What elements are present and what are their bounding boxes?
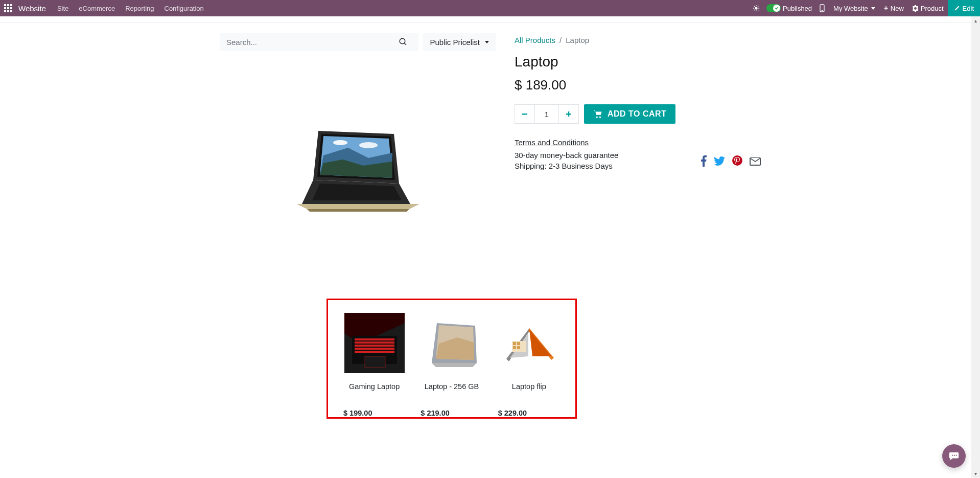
svg-point-3: [400, 38, 406, 44]
svg-rect-25: [355, 338, 394, 340]
published-label: Published: [783, 5, 812, 12]
svg-rect-18: [568, 111, 570, 117]
terms-link[interactable]: Terms and Conditions: [515, 138, 589, 147]
svg-rect-29: [355, 351, 394, 353]
search-box[interactable]: [220, 33, 418, 51]
pencil-icon: [954, 5, 960, 11]
bug-icon[interactable]: [749, 0, 763, 16]
related-price: $ 199.00: [343, 409, 405, 417]
product-title: Laptop: [515, 54, 889, 70]
related-name: Laptop - 256 GB: [421, 382, 482, 401]
qty-value[interactable]: 1: [535, 105, 558, 123]
qty-minus-button[interactable]: [515, 105, 534, 123]
related-item[interactable]: Gaming Laptop $ 199.00: [343, 313, 405, 417]
nav-reporting[interactable]: Reporting: [120, 0, 159, 16]
quantity-stepper: 1: [515, 104, 579, 124]
subbar: [0, 16, 980, 22]
svg-rect-28: [355, 348, 394, 350]
related-price: $ 229.00: [498, 409, 560, 417]
gear-icon: [912, 5, 919, 12]
product-price: $ 189.00: [515, 77, 889, 93]
nav-configuration[interactable]: Configuration: [159, 0, 209, 16]
svg-rect-30: [365, 356, 385, 368]
svg-point-19: [596, 117, 598, 118]
pinterest-icon[interactable]: [732, 155, 742, 170]
search-icon[interactable]: [394, 37, 412, 47]
facebook-icon[interactable]: [701, 155, 707, 170]
related-price: $ 219.00: [421, 409, 482, 417]
related-name: Laptop flip: [498, 382, 560, 401]
svg-rect-16: [522, 113, 527, 115]
related-products-box: Gaming Laptop $ 199.00 Laptop - 256 GB $…: [326, 299, 577, 419]
svg-point-14: [333, 140, 347, 145]
brand-title[interactable]: Website: [16, 4, 52, 13]
svg-marker-8: [312, 184, 402, 200]
svg-marker-5: [297, 204, 419, 209]
search-input[interactable]: [226, 38, 394, 47]
related-image: [422, 313, 482, 373]
breadcrumb-root[interactable]: All Products: [515, 36, 555, 44]
related-item[interactable]: Laptop - 256 GB $ 219.00: [421, 313, 482, 417]
pricelist-dropdown[interactable]: Public Pricelist: [423, 33, 496, 51]
svg-point-2: [822, 10, 822, 11]
add-to-cart-button[interactable]: ADD TO CART: [584, 104, 675, 124]
related-image: [499, 313, 559, 373]
related-name: Gaming Laptop: [343, 382, 405, 401]
new-button[interactable]: New: [879, 0, 908, 16]
svg-point-0: [755, 7, 757, 9]
share-bar: [701, 155, 761, 170]
cart-icon: [593, 110, 602, 118]
email-icon[interactable]: [750, 155, 761, 170]
svg-rect-26: [355, 342, 394, 344]
scrollbar[interactable]: ▴ ▾: [971, 16, 980, 419]
svg-rect-42: [513, 342, 516, 345]
plus-icon: [883, 6, 889, 11]
svg-line-4: [405, 43, 407, 45]
mobile-preview-icon[interactable]: [815, 0, 829, 16]
svg-rect-45: [517, 346, 520, 349]
qty-plus-button[interactable]: [559, 105, 578, 123]
svg-marker-6: [307, 209, 409, 212]
scroll-up-icon[interactable]: ▴: [971, 16, 980, 25]
breadcrumb: All Products / Laptop: [515, 36, 889, 44]
svg-marker-32: [432, 363, 477, 367]
apps-menu-icon[interactable]: [0, 0, 16, 16]
nav-site[interactable]: Site: [52, 0, 74, 16]
published-toggle[interactable]: Published: [763, 4, 815, 12]
breadcrumb-current: Laptop: [566, 36, 589, 44]
caret-down-icon: [485, 41, 489, 43]
svg-rect-44: [513, 346, 516, 349]
svg-rect-27: [355, 345, 394, 347]
related-item[interactable]: Laptop flip $ 229.00: [498, 313, 560, 417]
related-image: [344, 313, 405, 373]
caret-down-icon: [871, 7, 875, 10]
svg-point-20: [599, 117, 601, 118]
topbar: Website Site eCommerce Reporting Configu…: [0, 0, 980, 16]
product-settings-button[interactable]: Product: [908, 5, 948, 12]
edit-button[interactable]: Edit: [948, 0, 980, 16]
svg-rect-43: [517, 342, 520, 345]
nav-ecommerce[interactable]: eCommerce: [74, 0, 120, 16]
svg-rect-36: [499, 313, 559, 373]
svg-point-15: [359, 142, 378, 148]
product-image: [220, 53, 496, 288]
twitter-icon[interactable]: [714, 155, 725, 170]
my-website-dropdown[interactable]: My Website: [829, 0, 879, 16]
